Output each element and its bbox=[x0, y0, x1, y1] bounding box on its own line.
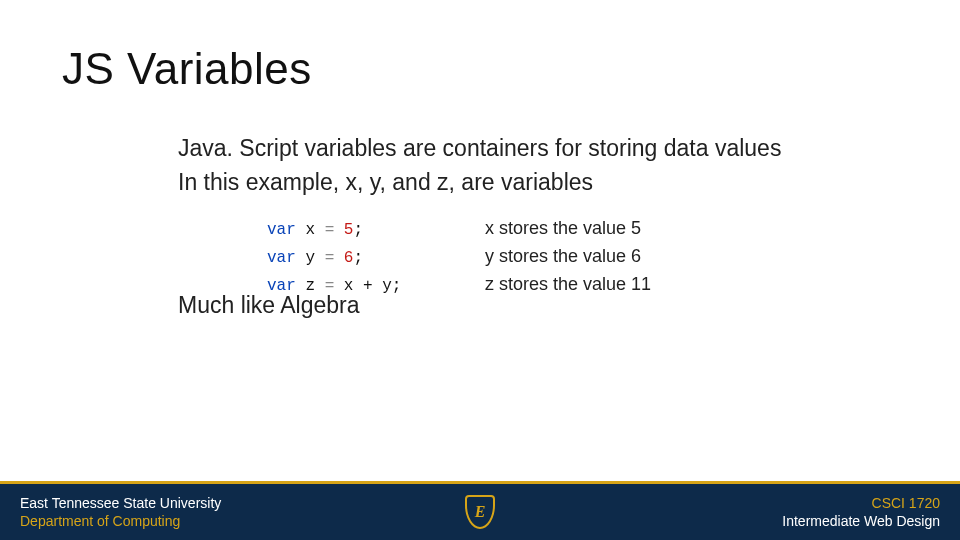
accent-bar bbox=[0, 481, 960, 484]
code-block: var x = 5; var y = 6; var z = x + y; bbox=[267, 216, 401, 300]
logo: E bbox=[465, 495, 495, 529]
course-name: Intermediate Web Design bbox=[782, 512, 940, 530]
code-line: var z = x + y; bbox=[267, 272, 401, 300]
keyword: var bbox=[267, 221, 296, 239]
footer-left: East Tennessee State University Departme… bbox=[20, 494, 221, 530]
logo-letter: E bbox=[475, 503, 486, 521]
equals: = bbox=[325, 221, 335, 239]
keyword: var bbox=[267, 277, 296, 295]
university-name: East Tennessee State University bbox=[20, 494, 221, 512]
var-name: x bbox=[305, 221, 315, 239]
paragraph-2: In this example, x, y, and z, are variab… bbox=[178, 169, 838, 197]
explain-line: x stores the value 5 bbox=[485, 214, 651, 242]
keyword: var bbox=[267, 249, 296, 267]
equals: = bbox=[325, 249, 335, 267]
rest: ; bbox=[353, 249, 363, 267]
footer: East Tennessee State University Departme… bbox=[0, 484, 960, 540]
code-line: var x = 5; bbox=[267, 216, 401, 244]
var-name: z bbox=[305, 277, 315, 295]
paragraph-1: Java. Script variables are containers fo… bbox=[178, 135, 838, 163]
footer-right: CSCI 1720 Intermediate Web Design bbox=[782, 494, 940, 530]
department-name: Department of Computing bbox=[20, 512, 221, 530]
var-name: y bbox=[305, 249, 315, 267]
rest: x + y; bbox=[344, 277, 402, 295]
code-line: var y = 6; bbox=[267, 244, 401, 272]
rest: ; bbox=[353, 221, 363, 239]
slide: JS Variables Java. Script variables are … bbox=[0, 0, 960, 540]
explain-line: z stores the value 11 bbox=[485, 270, 651, 298]
shield-icon: E bbox=[465, 495, 495, 529]
explain-line: y stores the value 6 bbox=[485, 242, 651, 270]
slide-title: JS Variables bbox=[62, 44, 312, 94]
code-explain: x stores the value 5 y stores the value … bbox=[485, 214, 651, 298]
equals: = bbox=[325, 277, 335, 295]
course-code: CSCI 1720 bbox=[782, 494, 940, 512]
